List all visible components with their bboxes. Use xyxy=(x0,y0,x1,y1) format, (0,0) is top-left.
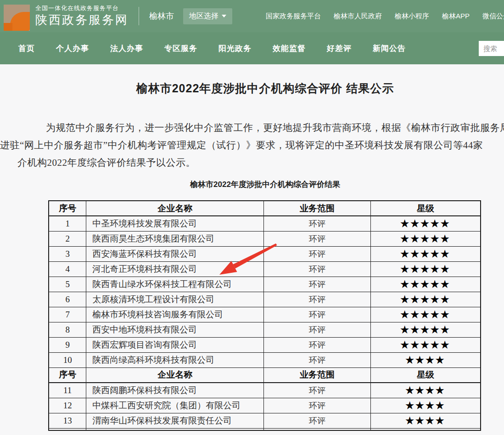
platform-label: 全国一体化在线政务服务平台 xyxy=(35,5,129,12)
cell-scope: 环评 xyxy=(264,261,370,277)
brand-divider xyxy=(139,7,139,25)
site-logo-icon[interactable] xyxy=(4,5,30,31)
cell-name: 榆林市环境科技咨询服务有限公司 xyxy=(86,307,264,322)
table-header-row: 序号企业名称业务范围星级 xyxy=(49,201,481,216)
main-nav: 首页个人办事法人办事专区服务阳光政务效能监督好差评新闻公告 xyxy=(0,32,504,64)
chevron-down-icon xyxy=(222,15,226,17)
star-rating: ★★★★ xyxy=(370,413,481,428)
page-title: 榆林市2022年度涉批中介机构综合评价 结果公示 xyxy=(0,81,504,96)
nav-item-personal-affairs[interactable]: 个人办事 xyxy=(56,43,89,54)
star-rating: ★★★★★ xyxy=(370,231,481,246)
star-rating: ★★★★★ xyxy=(370,261,481,277)
cell-name: 陕西雨昊生态环境集团有限公司 xyxy=(86,231,264,246)
table-row: 4河北奇正环境科技有限公司环评★★★★★ xyxy=(49,261,481,277)
nav-item-legal-affairs[interactable]: 法人办事 xyxy=(110,43,143,54)
star-rating: ★★★★ xyxy=(370,352,481,367)
star-rating: ★★★★★ xyxy=(370,216,481,231)
nav-item-home[interactable]: 首页 xyxy=(18,43,35,54)
cell-scope: 环评 xyxy=(264,216,370,231)
cell-name: 陕西青山绿水环保科技工程有限公司 xyxy=(86,277,264,292)
cell-name: 中圣环境科技发展有限公司 xyxy=(86,216,264,231)
cell-name: 太原核清环境工程设计有限公司 xyxy=(86,292,264,307)
cell-name: 河北奇正环境科技有限公司 xyxy=(86,261,264,277)
column-header-scope: 业务范围 xyxy=(264,367,370,383)
brand-block: 全国一体化在线政务服务平台 陕西政务服务网 xyxy=(35,5,129,27)
cell-name: 渭南华山环保科技发展有限责任公司 xyxy=(86,413,264,428)
cell-no: 3 xyxy=(49,246,86,261)
column-header-company: 企业名称 xyxy=(86,367,264,383)
site-name: 陕西政务服务网 xyxy=(35,13,129,27)
paragraph-line: 介机构2022年度综合评价结果予以公示。 xyxy=(0,154,504,171)
star-rating: ★★★★ xyxy=(370,398,481,413)
cell-scope: 环评 xyxy=(264,231,370,246)
table-row: 2陕西雨昊生态环境集团有限公司环评★★★★★ xyxy=(49,231,481,246)
logo-leaf-shape xyxy=(10,12,30,31)
column-header-stars: 星级 xyxy=(370,367,481,383)
table-row: 8西安中地环境科技有限公司环评★★★★★ xyxy=(49,322,481,337)
nav-item-efficiency-supervision[interactable]: 效能监督 xyxy=(273,43,306,54)
nav-item-news[interactable]: 新闻公告 xyxy=(373,43,406,54)
top-header-bar: 全国一体化在线政务服务平台 陕西政务服务网 榆林市 地区选择 国家政务服务平台榆… xyxy=(0,0,504,32)
evaluation-table: 序号企业名称业务范围星级1中圣环境科技发展有限公司环评★★★★★2陕西雨昊生态环… xyxy=(48,200,481,431)
cell-scope: 环评 xyxy=(264,277,370,292)
header-link-yulin-government[interactable]: 榆林市人民政府 xyxy=(334,12,382,21)
star-rating: ★★★★★ xyxy=(370,246,481,261)
cell-no: 2 xyxy=(49,231,86,246)
paragraph-line: 为规范中介服务行为，进一步强化中介监管工作，更好地提升我市营商环境，根据《榆林市… xyxy=(0,119,504,136)
nav-item-zone-services[interactable]: 专区服务 xyxy=(164,43,197,54)
table-row: 13渭南华山环保科技发展有限责任公司环评★★★★ xyxy=(49,413,481,428)
cell-empty xyxy=(49,428,86,430)
region-selector-label: 地区选择 xyxy=(189,11,218,21)
cell-name: 陕西尚绿高科环境科技有限公司 xyxy=(86,352,264,367)
table-header-row: 序号企业名称业务范围星级 xyxy=(49,367,481,383)
cell-no: 6 xyxy=(49,292,86,307)
star-rating: ★★★★★ xyxy=(370,307,481,322)
region-selector-button[interactable]: 地区选择 xyxy=(183,8,232,24)
cell-scope: 环评 xyxy=(264,307,370,322)
star-rating: ★★★★★ xyxy=(370,337,481,352)
nav-item-rating[interactable]: 好差评 xyxy=(327,43,352,54)
cell-name: 陕西宏辉项目咨询有限公司 xyxy=(86,337,264,352)
header-link-yulin-miniprogram[interactable]: 榆林小程序 xyxy=(395,12,429,21)
table-row-partial xyxy=(49,428,481,430)
cell-no: 11 xyxy=(49,383,86,398)
star-rating: ★★★★★ xyxy=(370,322,481,337)
table-row: 12中煤科工西安研究院（集团）有限公司环评★★★★ xyxy=(49,398,481,413)
cell-name: 陕西阔鹏环保科技有限公司 xyxy=(86,383,264,398)
column-header-no: 序号 xyxy=(49,201,86,216)
star-rating: ★★★★★ xyxy=(370,292,481,307)
cell-scope: 环评 xyxy=(264,383,370,398)
column-header-company: 企业名称 xyxy=(86,201,264,216)
nav-item-sunshine-gov[interactable]: 阳光政务 xyxy=(218,43,252,54)
table-row: 1中圣环境科技发展有限公司环评★★★★★ xyxy=(49,216,481,231)
cell-scope: 环评 xyxy=(264,352,370,367)
cell-scope: 环评 xyxy=(264,246,370,261)
notice-page: 榆林市2022年度涉批中介机构综合评价 结果公示 为规范中介服务行为，进一步强化… xyxy=(0,64,504,431)
cell-name: 中煤科工西安研究院（集团）有限公司 xyxy=(86,398,264,413)
cell-scope: 环评 xyxy=(264,413,370,428)
cell-name: 西安中地环境科技有限公司 xyxy=(86,322,264,337)
search-input[interactable] xyxy=(479,41,504,56)
cell-no: 9 xyxy=(49,337,86,352)
star-rating: ★★★★ xyxy=(370,383,481,398)
cell-no: 13 xyxy=(49,413,86,428)
evaluation-table-body: 序号企业名称业务范围星级1中圣环境科技发展有限公司环评★★★★★2陕西雨昊生态环… xyxy=(49,201,481,430)
cell-no: 5 xyxy=(49,277,86,292)
header-link-national-platform[interactable]: 国家政务服务平台 xyxy=(266,12,321,21)
column-header-scope: 业务范围 xyxy=(264,201,370,216)
cell-no: 12 xyxy=(49,398,86,413)
cell-empty xyxy=(370,428,481,430)
star-rating: ★★★★★ xyxy=(370,277,481,292)
header-link-wechat-official[interactable]: 微信公众号 xyxy=(482,12,504,21)
table-row: 5陕西青山绿水环保科技工程有限公司环评★★★★★ xyxy=(49,277,481,292)
header-link-yulin-app[interactable]: 榆林APP xyxy=(442,12,470,21)
column-header-no: 序号 xyxy=(49,367,86,383)
cell-scope: 环评 xyxy=(264,322,370,337)
cell-no: 1 xyxy=(49,216,86,231)
current-region-label: 榆林市 xyxy=(149,11,174,22)
cell-scope: 环评 xyxy=(264,292,370,307)
column-header-stars: 星级 xyxy=(370,201,481,216)
cell-no: 4 xyxy=(49,261,86,277)
table-row: 10陕西尚绿高科环境科技有限公司环评★★★★ xyxy=(49,352,481,367)
notice-paragraph: 为规范中介服务行为，进一步强化中介监管工作，更好地提升我市营商环境，根据《榆林市… xyxy=(0,119,504,171)
